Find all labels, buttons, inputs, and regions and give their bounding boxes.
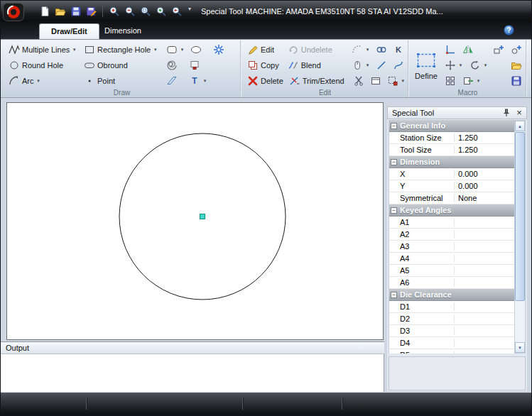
section-title: Keyed Angles [400, 206, 451, 214]
ellipse-shape-button[interactable] [188, 43, 204, 57]
zoom-out-icon[interactable] [123, 5, 136, 18]
macro-mirror-button[interactable] [460, 43, 476, 57]
save-as-icon[interactable] [85, 5, 98, 18]
point-button[interactable]: Point [82, 75, 163, 88]
open-icon[interactable] [53, 5, 67, 18]
ribbon-group-macro: Define [410, 40, 526, 97]
section-title: Die Clearance [400, 290, 452, 299]
toolbar-overflow-chevron-icon[interactable] [185, 6, 194, 17]
tab-dimension[interactable]: Dimension [93, 23, 153, 39]
property-value[interactable]: None [455, 194, 514, 202]
new-icon[interactable] [38, 5, 51, 18]
line-edit-button[interactable] [374, 59, 389, 72]
macro-open-button[interactable] [509, 59, 524, 72]
mouse-icon [352, 60, 363, 71]
zoom-window-icon[interactable] [139, 5, 152, 18]
dropdown-arrow-icon [72, 47, 77, 53]
section-die-clearance[interactable]: Die Clearance [389, 289, 514, 301]
snap-mode-button[interactable] [349, 43, 372, 57]
property-value[interactable]: 1.250 [455, 133, 514, 142]
scrollbar-thumb[interactable] [515, 132, 525, 301]
save-icon[interactable] [69, 5, 82, 18]
drawing-canvas[interactable] [6, 102, 384, 340]
scroll-up-icon[interactable] [515, 121, 525, 131]
trim-extend-icon [289, 75, 300, 87]
trim-extend-button[interactable]: Trim/Extend [287, 75, 347, 88]
ellipse-shape-icon [190, 44, 202, 55]
copy-icon [247, 60, 259, 71]
zoom-previous-icon[interactable] [170, 5, 183, 18]
section-dimension[interactable]: Dimension [389, 156, 514, 168]
delete-button[interactable]: Delete [245, 75, 286, 88]
cut-button[interactable] [351, 75, 367, 88]
keypoint-button[interactable]: K [391, 43, 406, 57]
collapse-icon[interactable] [391, 292, 397, 298]
macro-group-caption: Macro [410, 89, 526, 97]
grid-icon [387, 75, 398, 87]
help-icon[interactable] [504, 25, 514, 35]
property-label: Symmetrical [389, 194, 455, 202]
dropdown-arrow-icon [483, 62, 488, 68]
property-label: A2 [389, 230, 455, 239]
property-value[interactable]: 0.000 [455, 170, 514, 178]
statusbar-separator [242, 397, 243, 410]
property-row-tool-size: Tool Size 1.250 [389, 144, 514, 156]
new-view-button[interactable] [368, 75, 384, 88]
tab-draw-edit[interactable]: Draw/Edit [39, 23, 99, 39]
property-value[interactable]: 0.000 [455, 182, 514, 190]
copy-button[interactable]: Copy [245, 59, 284, 72]
blend-button[interactable]: Blend [286, 59, 345, 72]
scissors-icon [353, 75, 364, 87]
pin-icon[interactable] [501, 108, 511, 118]
property-value[interactable]: 1.250 [455, 146, 514, 154]
dropdown-arrow-icon [365, 47, 370, 53]
property-row-d2: D2 [389, 313, 514, 325]
rectangle-hole-label: Rectangle Hole [97, 45, 151, 54]
output-panel-header: Output [1, 341, 384, 354]
rectangle-hole-button[interactable]: Rectangle Hole [82, 43, 163, 57]
rounded-rect-shape-button[interactable] [164, 43, 187, 57]
macro-axes-button[interactable] [443, 43, 458, 57]
panel-scrollbar[interactable] [514, 120, 526, 354]
section-general-info[interactable]: General Info [389, 120, 514, 132]
macro-array-button[interactable] [443, 75, 458, 88]
property-row-a2: A2 [389, 229, 514, 241]
punch-tool-button[interactable] [187, 59, 202, 72]
round-hole-button[interactable]: Round Hole [6, 59, 80, 72]
close-icon[interactable] [514, 108, 524, 118]
arc-icon [9, 75, 20, 87]
undelete-button[interactable]: Undelete [286, 43, 345, 57]
burst-shape-button[interactable] [211, 43, 227, 57]
section-keyed-angles[interactable]: Keyed Angles [389, 204, 514, 217]
multiple-lines-button[interactable]: Multiple Lines [6, 43, 80, 57]
scroll-down-icon[interactable] [515, 342, 525, 353]
obround-button[interactable]: Obround [82, 59, 163, 72]
zoom-in-icon[interactable] [107, 5, 121, 18]
arc-button[interactable]: Arc [6, 75, 80, 88]
macro-save-button[interactable] [509, 75, 524, 88]
join-button[interactable] [374, 43, 389, 57]
sketch-tool-button[interactable] [164, 75, 180, 88]
round-hole-icon [9, 60, 20, 71]
macro-move-button[interactable] [443, 59, 465, 72]
text-tool-button[interactable]: T [187, 75, 210, 88]
obround-icon [84, 60, 95, 71]
grid-settings-button[interactable] [385, 75, 408, 88]
collapse-icon[interactable] [391, 207, 397, 214]
pick-mode-button[interactable] [349, 59, 372, 72]
collapse-icon[interactable] [391, 159, 397, 165]
spiral-tool-button[interactable] [164, 59, 180, 72]
property-label: A3 [389, 242, 455, 251]
macro-export-button[interactable] [460, 75, 483, 88]
macro-add-shape-button[interactable] [509, 43, 524, 57]
macro-rotate-button[interactable] [467, 59, 490, 72]
property-label: A6 [389, 278, 455, 287]
macro-add-point-button[interactable] [491, 43, 506, 57]
macro-icon-grid [443, 43, 524, 89]
zoom-fit-icon[interactable] [154, 5, 168, 18]
define-button[interactable]: Define [413, 43, 440, 89]
edit-button[interactable]: Edit [245, 43, 284, 57]
statusbar-separator [86, 397, 87, 410]
curve-edit-button[interactable] [391, 59, 406, 72]
collapse-icon[interactable] [391, 123, 397, 129]
